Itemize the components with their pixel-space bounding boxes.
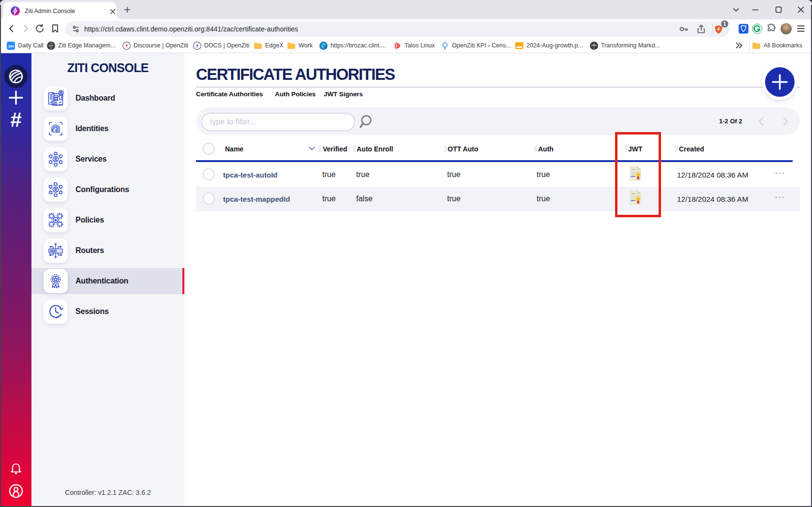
- svg-text:zm: zm: [8, 44, 14, 48]
